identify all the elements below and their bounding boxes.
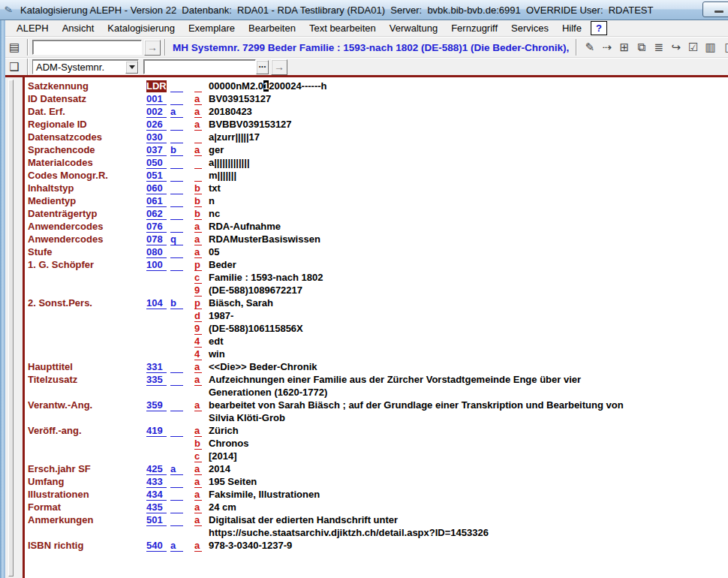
field-indicators[interactable] bbox=[170, 93, 183, 105]
field-tag[interactable]: 026 bbox=[146, 119, 167, 131]
edit-record-icon[interactable]: ✎ bbox=[581, 39, 598, 56]
field-value[interactable]: ger bbox=[209, 144, 224, 157]
field-tag[interactable]: 419 bbox=[146, 425, 167, 437]
field-tag[interactable]: 433 bbox=[146, 476, 167, 488]
subfield-code[interactable]: a bbox=[194, 119, 202, 131]
subfield-code[interactable] bbox=[194, 157, 202, 169]
field-value[interactable]: Biäsch, Sarah bbox=[209, 297, 273, 310]
field-indicators[interactable]: a bbox=[170, 463, 183, 475]
field-value[interactable]: 24 cm bbox=[209, 501, 236, 514]
field-value[interactable]: Aufzeichnungen einer Familie aus der Zür… bbox=[209, 374, 581, 387]
documents-icon[interactable]: ❑ bbox=[5, 59, 23, 75]
menu-item-aleph[interactable]: ALEPH bbox=[10, 20, 56, 36]
subfield-code[interactable]: a bbox=[194, 106, 202, 118]
field-value[interactable]: Chronos bbox=[209, 438, 248, 450]
field-tag[interactable]: 100 bbox=[146, 259, 167, 271]
field-value[interactable]: txt bbox=[209, 182, 221, 195]
field-indicators[interactable] bbox=[170, 361, 183, 373]
field-value[interactable]: 00000nM2.01200024------h bbox=[209, 80, 327, 93]
field-indicators[interactable] bbox=[170, 157, 183, 169]
field-value[interactable]: 2014 bbox=[209, 463, 230, 476]
subfield-code[interactable]: 9 bbox=[194, 323, 202, 335]
field-tag[interactable]: 062 bbox=[146, 208, 167, 220]
field-indicators[interactable] bbox=[170, 374, 183, 386]
dotted-arrow-icon[interactable]: ⇢ bbox=[598, 39, 615, 56]
subfield-code[interactable]: a bbox=[194, 221, 202, 233]
subfield-code[interactable]: d bbox=[194, 310, 202, 322]
subfield-code[interactable]: p bbox=[194, 297, 202, 309]
subfield-code[interactable]: a bbox=[194, 476, 202, 488]
subfield-code[interactable]: a bbox=[194, 93, 202, 105]
subfield-code[interactable]: c bbox=[194, 272, 202, 284]
field-value[interactable]: bearbeitet von Sarah Biäsch ; auf der Gr… bbox=[209, 399, 624, 412]
field-tag[interactable]: 060 bbox=[146, 182, 167, 194]
field-value[interactable]: a||||||||||||| bbox=[209, 157, 250, 170]
subfield-code[interactable]: b bbox=[194, 438, 202, 450]
field-indicators[interactable] bbox=[170, 501, 183, 513]
menu-item-ansicht[interactable]: Ansicht bbox=[56, 20, 101, 36]
subfield-code[interactable]: a bbox=[194, 540, 202, 552]
tree-structure-icon[interactable]: ⊞ bbox=[615, 39, 633, 56]
field-tag[interactable]: 078 bbox=[146, 233, 167, 245]
subfield-code[interactable] bbox=[194, 131, 202, 143]
field-indicators[interactable] bbox=[170, 195, 183, 207]
field-tag[interactable]: 104 bbox=[146, 297, 167, 309]
menu-item-exemplare[interactable]: Exemplare bbox=[182, 20, 242, 36]
menu-item-fernzugriff[interactable]: Fernzugriff bbox=[444, 20, 504, 36]
subfield-code[interactable]: a bbox=[194, 361, 202, 373]
field-value[interactable]: BVBBV039153127 bbox=[209, 119, 292, 131]
field-indicators[interactable] bbox=[170, 208, 183, 220]
subfield-code[interactable]: a bbox=[194, 514, 202, 526]
field-value[interactable]: nc bbox=[209, 208, 220, 221]
menu-item-bearbeiten[interactable]: Bearbeiten bbox=[242, 20, 302, 36]
field-value[interactable]: Faksimile, Illustrationen bbox=[209, 489, 320, 501]
field-tag[interactable]: 051 bbox=[146, 170, 167, 182]
field-tag[interactable]: 061 bbox=[146, 195, 167, 207]
field-tag[interactable]: 434 bbox=[146, 489, 167, 501]
field-indicators[interactable] bbox=[170, 119, 183, 131]
subfield-code[interactable]: a bbox=[194, 374, 202, 386]
field-indicators[interactable]: a bbox=[170, 540, 183, 552]
field-indicators[interactable]: b bbox=[170, 297, 183, 309]
clipped-icon[interactable]: ▯ bbox=[719, 39, 728, 56]
field-value[interactable]: 1987- bbox=[209, 310, 233, 323]
field-value[interactable]: https://suche.staatsarchiv.djiktzh.ch/de… bbox=[209, 527, 489, 540]
field-tag[interactable]: 540 bbox=[146, 540, 167, 552]
field-value[interactable]: Familie : 1593-nach 1802 bbox=[209, 272, 323, 284]
subfield-code[interactable]: a bbox=[194, 233, 202, 245]
field-tag[interactable]: 501 bbox=[146, 514, 167, 526]
field-indicators[interactable] bbox=[170, 476, 183, 488]
panel-splitter-handle[interactable] bbox=[8, 80, 14, 576]
subfield-code[interactable]: a bbox=[194, 463, 202, 475]
field-value[interactable]: (DE-588)1089672217 bbox=[209, 284, 302, 297]
field-value[interactable]: Digitalisat der edierten Handschrift unt… bbox=[209, 514, 398, 527]
field-tag[interactable]: LDR bbox=[146, 80, 167, 92]
subfield-code[interactable]: b bbox=[194, 182, 202, 194]
field-value[interactable]: edt bbox=[209, 336, 224, 348]
field-value[interactable]: <<Die>> Beder-Chronik bbox=[209, 361, 317, 374]
field-indicators[interactable] bbox=[170, 489, 183, 501]
field-indicators[interactable] bbox=[170, 221, 183, 233]
field-indicators[interactable] bbox=[170, 399, 183, 411]
subfield-code[interactable]: 4 bbox=[194, 348, 202, 360]
record-key-select[interactable]: ADM-Systemnr. bbox=[32, 59, 139, 74]
field-value[interactable]: 978-3-0340-1237-9 bbox=[209, 540, 292, 552]
field-tag[interactable]: 002 bbox=[146, 106, 167, 118]
menu-item-verwaltung[interactable]: Verwaltung bbox=[383, 20, 444, 36]
field-value[interactable]: Beder bbox=[209, 259, 236, 272]
subfield-code[interactable]: a bbox=[194, 399, 202, 411]
menu-item-katalogisierung[interactable]: Katalogisierung bbox=[101, 20, 182, 36]
search-go-button[interactable]: → bbox=[144, 40, 161, 56]
field-value[interactable]: Generationen (1620-1772) bbox=[209, 387, 327, 399]
field-tag[interactable]: 335 bbox=[146, 374, 167, 386]
field-indicators[interactable] bbox=[170, 259, 183, 271]
field-value[interactable]: n bbox=[209, 195, 215, 208]
subfield-code[interactable] bbox=[194, 170, 202, 182]
dropdown-arrow-button[interactable] bbox=[125, 61, 138, 74]
menu-item-hilfe[interactable]: Hilfe bbox=[555, 20, 588, 36]
field-value[interactable]: [2014] bbox=[209, 450, 237, 463]
field-indicators[interactable]: b bbox=[170, 144, 183, 156]
subfield-code[interactable]: a bbox=[194, 246, 202, 258]
field-tag[interactable]: 359 bbox=[146, 399, 167, 411]
field-value[interactable]: m||||||| bbox=[209, 170, 236, 182]
